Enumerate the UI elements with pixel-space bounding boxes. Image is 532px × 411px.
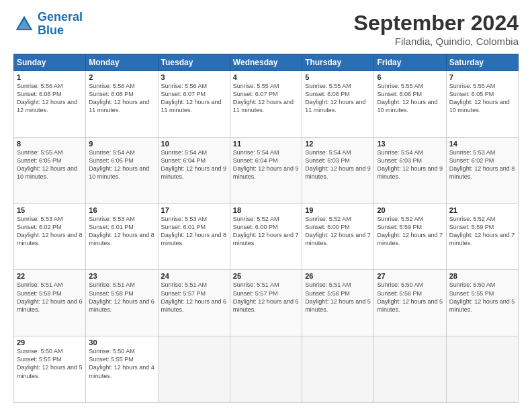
day-number: 28 <box>449 272 515 280</box>
day-number: 7 <box>449 73 515 81</box>
day-info: Sunrise: 5:53 AMSunset: 6:01 PMDaylight:… <box>89 215 154 248</box>
calendar-cell: 9 Sunrise: 5:54 AMSunset: 6:05 PMDayligh… <box>86 137 158 203</box>
calendar-cell: 6 Sunrise: 5:55 AMSunset: 6:06 PMDayligh… <box>374 71 446 138</box>
col-header-thursday: Thursday <box>302 54 374 71</box>
calendar-cell: 14 Sunrise: 5:53 AMSunset: 6:02 PMDaylig… <box>446 137 518 203</box>
day-number: 13 <box>377 140 443 148</box>
day-number: 20 <box>377 206 443 214</box>
day-info: Sunrise: 5:50 AMSunset: 5:56 PMDaylight:… <box>377 281 443 314</box>
day-number: 3 <box>161 73 227 81</box>
day-info: Sunrise: 5:53 AMSunset: 6:01 PMDaylight:… <box>161 215 227 248</box>
day-number: 21 <box>449 206 515 214</box>
col-header-sunday: Sunday <box>14 54 86 71</box>
month-title: September 2024 <box>354 11 519 36</box>
calendar-cell: 26 Sunrise: 5:51 AMSunset: 5:56 PMDaylig… <box>302 270 374 336</box>
day-info: Sunrise: 5:51 AMSunset: 5:56 PMDaylight:… <box>305 281 371 314</box>
calendar-cell: 28 Sunrise: 5:50 AMSunset: 5:55 PMDaylig… <box>446 270 518 336</box>
calendar-cell: 29 Sunrise: 5:50 AMSunset: 5:55 PMDaylig… <box>14 336 86 403</box>
calendar-cell: 3 Sunrise: 5:56 AMSunset: 6:07 PMDayligh… <box>158 71 230 138</box>
day-number: 8 <box>17 140 83 148</box>
day-number: 11 <box>233 140 299 148</box>
calendar-week-5: 29 Sunrise: 5:50 AMSunset: 5:55 PMDaylig… <box>14 336 519 403</box>
calendar-cell: 22 Sunrise: 5:51 AMSunset: 5:58 PMDaylig… <box>14 270 86 336</box>
day-info: Sunrise: 5:56 AMSunset: 6:08 PMDaylight:… <box>17 82 83 115</box>
subtitle: Filandia, Quindio, Colombia <box>354 36 519 47</box>
day-number: 10 <box>161 140 227 148</box>
day-number: 22 <box>17 272 83 280</box>
day-number: 9 <box>89 140 154 148</box>
calendar-cell: 21 Sunrise: 5:52 AMSunset: 5:59 PMDaylig… <box>446 203 518 270</box>
day-info: Sunrise: 5:53 AMSunset: 6:02 PMDaylight:… <box>449 148 515 181</box>
day-number: 25 <box>233 272 299 280</box>
calendar-week-2: 8 Sunrise: 5:55 AMSunset: 6:05 PMDayligh… <box>14 137 519 203</box>
calendar-cell: 17 Sunrise: 5:53 AMSunset: 6:01 PMDaylig… <box>158 203 230 270</box>
logo-icon <box>13 13 35 35</box>
day-number: 14 <box>449 140 515 148</box>
day-number: 29 <box>17 338 83 347</box>
calendar-cell: 18 Sunrise: 5:52 AMSunset: 6:00 PMDaylig… <box>230 203 302 270</box>
page: General Blue September 2024 Filandia, Qu… <box>0 0 532 411</box>
day-number: 26 <box>305 272 371 280</box>
day-info: Sunrise: 5:50 AMSunset: 5:55 PMDaylight:… <box>17 347 83 380</box>
day-info: Sunrise: 5:52 AMSunset: 6:00 PMDaylight:… <box>233 215 299 248</box>
day-info: Sunrise: 5:54 AMSunset: 6:04 PMDaylight:… <box>233 148 299 181</box>
col-header-wednesday: Wednesday <box>230 54 302 71</box>
day-number: 23 <box>89 272 154 280</box>
calendar-cell: 13 Sunrise: 5:54 AMSunset: 6:03 PMDaylig… <box>374 137 446 203</box>
day-info: Sunrise: 5:50 AMSunset: 5:55 PMDaylight:… <box>89 347 154 380</box>
day-info: Sunrise: 5:52 AMSunset: 5:59 PMDaylight:… <box>377 215 443 248</box>
calendar-week-4: 22 Sunrise: 5:51 AMSunset: 5:58 PMDaylig… <box>14 270 519 336</box>
day-info: Sunrise: 5:55 AMSunset: 6:07 PMDaylight:… <box>233 82 299 115</box>
logo-blue: Blue <box>38 24 64 37</box>
day-number: 17 <box>161 206 227 214</box>
day-info: Sunrise: 5:55 AMSunset: 6:06 PMDaylight:… <box>377 82 443 115</box>
day-number: 12 <box>305 140 371 148</box>
day-number: 5 <box>305 73 371 81</box>
day-number: 24 <box>161 272 227 280</box>
day-number: 6 <box>377 73 443 81</box>
day-info: Sunrise: 5:53 AMSunset: 6:02 PMDaylight:… <box>17 215 83 248</box>
day-number: 19 <box>305 206 371 214</box>
calendar-week-1: 1 Sunrise: 5:56 AMSunset: 6:08 PMDayligh… <box>14 71 519 138</box>
day-info: Sunrise: 5:56 AMSunset: 6:08 PMDaylight:… <box>89 82 154 115</box>
day-info: Sunrise: 5:54 AMSunset: 6:05 PMDaylight:… <box>89 148 154 181</box>
day-info: Sunrise: 5:51 AMSunset: 5:58 PMDaylight:… <box>17 281 83 314</box>
calendar-cell <box>374 336 446 403</box>
day-info: Sunrise: 5:54 AMSunset: 6:03 PMDaylight:… <box>377 148 443 181</box>
calendar-cell: 23 Sunrise: 5:51 AMSunset: 5:58 PMDaylig… <box>86 270 158 336</box>
calendar-cell: 4 Sunrise: 5:55 AMSunset: 6:07 PMDayligh… <box>230 71 302 138</box>
calendar-cell: 1 Sunrise: 5:56 AMSunset: 6:08 PMDayligh… <box>14 71 86 138</box>
day-info: Sunrise: 5:51 AMSunset: 5:58 PMDaylight:… <box>89 281 154 314</box>
calendar-cell <box>158 336 230 403</box>
calendar-cell <box>302 336 374 403</box>
day-info: Sunrise: 5:55 AMSunset: 6:05 PMDaylight:… <box>449 82 515 115</box>
day-number: 15 <box>17 206 83 214</box>
calendar-cell: 10 Sunrise: 5:54 AMSunset: 6:04 PMDaylig… <box>158 137 230 203</box>
calendar-week-3: 15 Sunrise: 5:53 AMSunset: 6:02 PMDaylig… <box>14 203 519 270</box>
day-number: 16 <box>89 206 154 214</box>
calendar-cell: 20 Sunrise: 5:52 AMSunset: 5:59 PMDaylig… <box>374 203 446 270</box>
day-info: Sunrise: 5:55 AMSunset: 6:05 PMDaylight:… <box>17 148 83 181</box>
col-header-tuesday: Tuesday <box>158 54 230 71</box>
calendar-cell: 24 Sunrise: 5:51 AMSunset: 5:57 PMDaylig… <box>158 270 230 336</box>
day-number: 2 <box>89 73 154 81</box>
header: General Blue September 2024 Filandia, Qu… <box>13 11 519 47</box>
day-info: Sunrise: 5:51 AMSunset: 5:57 PMDaylight:… <box>161 281 227 314</box>
day-info: Sunrise: 5:52 AMSunset: 5:59 PMDaylight:… <box>449 215 515 248</box>
title-block: September 2024 Filandia, Quindio, Colomb… <box>354 11 519 47</box>
calendar-cell: 12 Sunrise: 5:54 AMSunset: 6:03 PMDaylig… <box>302 137 374 203</box>
calendar-cell: 8 Sunrise: 5:55 AMSunset: 6:05 PMDayligh… <box>14 137 86 203</box>
calendar-cell: 19 Sunrise: 5:52 AMSunset: 6:00 PMDaylig… <box>302 203 374 270</box>
calendar-cell: 5 Sunrise: 5:55 AMSunset: 6:06 PMDayligh… <box>302 71 374 138</box>
day-number: 18 <box>233 206 299 214</box>
calendar-table: SundayMondayTuesdayWednesdayThursdayFrid… <box>13 54 519 403</box>
col-header-monday: Monday <box>86 54 158 71</box>
logo-general: General <box>38 10 83 24</box>
col-header-saturday: Saturday <box>446 54 518 71</box>
day-number: 4 <box>233 73 299 81</box>
col-header-friday: Friday <box>374 54 446 71</box>
day-info: Sunrise: 5:51 AMSunset: 5:57 PMDaylight:… <box>233 281 299 314</box>
calendar-cell: 11 Sunrise: 5:54 AMSunset: 6:04 PMDaylig… <box>230 137 302 203</box>
calendar-cell <box>446 336 518 403</box>
day-number: 30 <box>89 338 154 347</box>
